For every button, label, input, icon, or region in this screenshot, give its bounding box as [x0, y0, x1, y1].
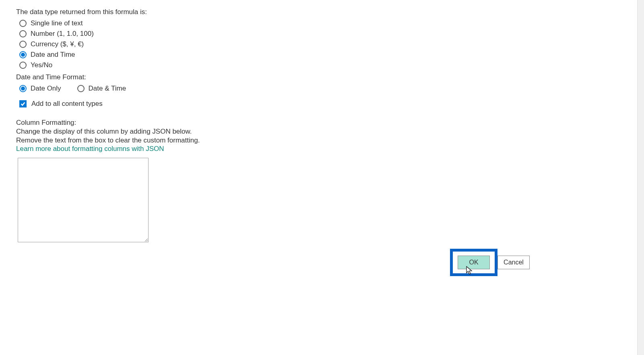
- checkbox-label-add-content-types[interactable]: Add to all content types: [31, 100, 103, 108]
- radio-label-number[interactable]: Number (1, 1.0, 100): [31, 30, 94, 38]
- radio-datetime[interactable]: [19, 51, 27, 58]
- column-formatting-line1: Change the display of this column by add…: [16, 127, 628, 136]
- radio-single-line[interactable]: [19, 20, 27, 27]
- radio-label-datetime[interactable]: Date and Time: [31, 51, 75, 59]
- datetime-format-radio-group: Date Only Date & Time: [19, 85, 628, 93]
- ok-button-highlight: OK: [450, 249, 497, 276]
- add-to-content-types-row[interactable]: Add to all content types: [19, 100, 628, 108]
- radio-currency[interactable]: [19, 41, 27, 48]
- checkbox-add-content-types[interactable]: [19, 100, 27, 107]
- radio-date-and-time[interactable]: [77, 85, 85, 92]
- data-type-label: The data type returned from this formula…: [16, 8, 628, 16]
- vertical-scrollbar[interactable]: [637, 0, 644, 355]
- radio-number[interactable]: [19, 30, 27, 37]
- datetime-format-label: Date and Time Format:: [16, 73, 628, 81]
- checkmark-icon: [20, 101, 26, 107]
- radio-row-number[interactable]: Number (1, 1.0, 100): [19, 30, 628, 38]
- column-formatting-section: Column Formatting: Change the display of…: [16, 118, 628, 242]
- radio-row-currency[interactable]: Currency ($, ¥, €): [19, 40, 628, 48]
- json-formatting-textarea[interactable]: [18, 158, 149, 242]
- ok-button[interactable]: OK: [458, 256, 490, 269]
- radio-row-single-line[interactable]: Single line of text: [19, 19, 628, 27]
- radio-row-datetime[interactable]: Date and Time: [19, 51, 628, 59]
- column-formatting-heading: Column Formatting:: [16, 118, 628, 127]
- radio-label-single-line[interactable]: Single line of text: [31, 19, 83, 27]
- radio-row-yesno[interactable]: Yes/No: [19, 61, 628, 69]
- radio-date-only[interactable]: [19, 85, 27, 92]
- radio-yesno[interactable]: [19, 62, 27, 69]
- radio-row-date-only[interactable]: Date Only: [19, 85, 61, 93]
- radio-label-date-only[interactable]: Date Only: [31, 85, 61, 93]
- learn-more-json-link[interactable]: Learn more about formatting columns with…: [16, 145, 164, 153]
- dialog-button-area: OK Cancel: [450, 249, 530, 276]
- data-type-radio-group: Single line of text Number (1, 1.0, 100)…: [19, 19, 628, 69]
- column-settings-panel: The data type returned from this formula…: [0, 0, 644, 242]
- radio-label-currency[interactable]: Currency ($, ¥, €): [31, 40, 84, 48]
- radio-label-date-and-time[interactable]: Date & Time: [89, 85, 126, 93]
- radio-label-yesno[interactable]: Yes/No: [31, 61, 52, 69]
- radio-row-date-and-time[interactable]: Date & Time: [77, 85, 126, 93]
- column-formatting-line2: Remove the text from the box to clear th…: [16, 136, 628, 145]
- cancel-button[interactable]: Cancel: [497, 256, 530, 269]
